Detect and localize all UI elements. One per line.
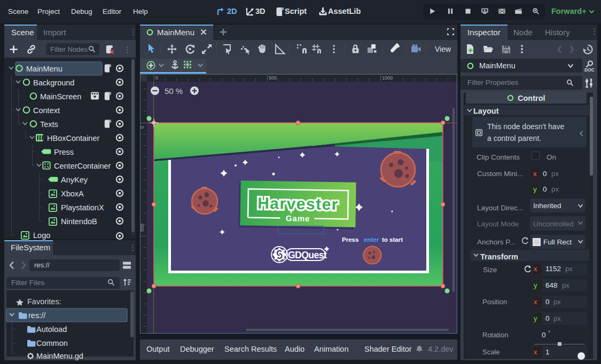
svg-text:500: 500 <box>269 75 277 81</box>
svg-text:View: View <box>435 45 451 53</box>
svg-text:enter: enter <box>364 236 379 243</box>
svg-text:1000: 1000 <box>382 75 393 81</box>
svg-text:Harvester: Harvester <box>257 194 339 213</box>
svg-text:to start: to start <box>382 236 403 243</box>
svg-text:Press: Press <box>342 236 358 243</box>
svg-text:50 %: 50 % <box>165 86 183 96</box>
svg-text:0: 0 <box>139 126 145 129</box>
svg-text:DOC: DOC <box>584 67 595 73</box>
svg-text:GDQuest: GDQuest <box>288 250 327 260</box>
svg-text:0: 0 <box>155 75 158 81</box>
svg-text:Game: Game <box>286 213 310 223</box>
svg-text:500: 500 <box>139 224 145 232</box>
